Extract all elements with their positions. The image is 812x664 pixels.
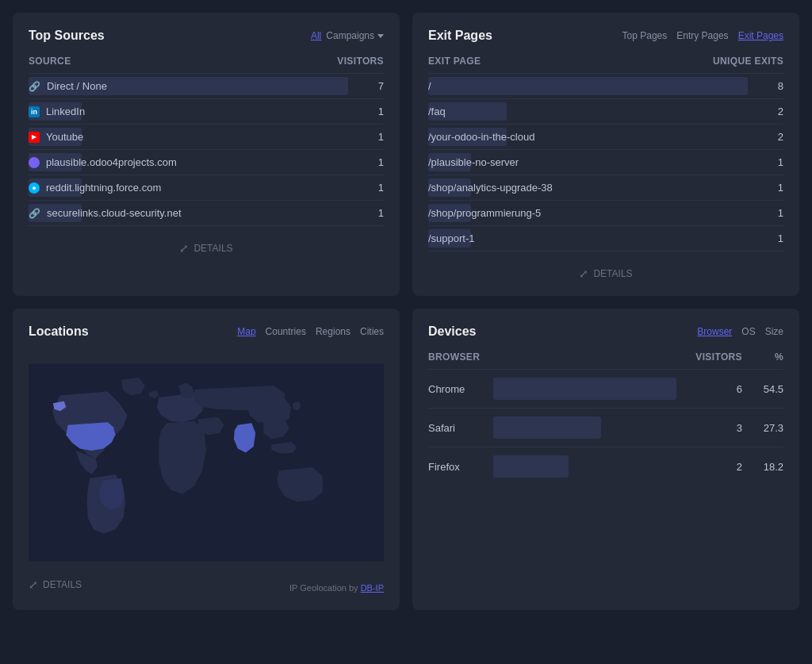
expand-icon: ⤢ — [29, 578, 38, 591]
link-icon: 🔗 — [29, 208, 40, 219]
table-row[interactable]: /your-odoo-in-the-cloud 2 — [428, 125, 783, 150]
tab-exit-pages[interactable]: Exit Pages — [738, 30, 783, 41]
locations-panel: Locations Map Countries Regions Cities — [13, 309, 400, 610]
devices-title: Devices — [428, 324, 477, 339]
table-row[interactable]: Safari 3 27.3 — [428, 409, 783, 447]
table-row[interactable]: Firefox 2 18.2 — [428, 447, 783, 486]
top-sources-panel: Top Sources All Campaigns Source Visitor… — [13, 13, 400, 296]
map-container — [29, 351, 384, 574]
locations-tabs: Map Countries Regions Cities — [237, 326, 384, 337]
sources-table-header: Source Visitors — [29, 56, 384, 74]
plausible-icon — [29, 157, 40, 168]
top-sources-header: Top Sources All Campaigns — [29, 29, 384, 43]
tab-os[interactable]: OS — [741, 326, 755, 337]
exit-pages-details-button[interactable]: ⤢ DETAILS — [428, 267, 783, 280]
devices-table-header: Browser Visitors % — [428, 351, 783, 370]
reddit-icon: ● — [29, 182, 40, 194]
exit-pages-table-header: Exit page Unique Exits — [428, 56, 783, 74]
filter-campaigns[interactable]: Campaigns — [326, 30, 384, 41]
table-row[interactable]: /shop/analytics-upgrade-38 1 — [428, 175, 783, 201]
link-icon: 🔗 — [29, 81, 40, 92]
table-row[interactable]: /faq 2 — [428, 99, 783, 125]
dashboard-grid: Top Sources All Campaigns Source Visitor… — [13, 13, 799, 610]
table-row[interactable]: plausible.odoo4projects.com 1 — [29, 150, 384, 175]
table-row[interactable]: 🔗 Direct / None 7 — [29, 74, 384, 99]
table-row[interactable]: ● reddit.lightning.force.com 1 — [29, 175, 384, 201]
exit-pages-title: Exit Pages — [428, 29, 492, 43]
tab-size[interactable]: Size — [765, 326, 783, 337]
tab-browser[interactable]: Browser — [697, 326, 732, 337]
devices-tabs: Browser OS Size — [697, 326, 783, 337]
top-sources-title: Top Sources — [29, 29, 105, 43]
locations-details-button[interactable]: ⤢ DETAILS — [29, 578, 82, 591]
table-row[interactable]: Chrome 6 54.5 — [428, 370, 783, 409]
table-row[interactable]: 🔗 securelinks.cloud-security.net 1 — [29, 201, 384, 226]
exit-pages-panel: Exit Pages Top Pages Entry Pages Exit Pa… — [412, 13, 799, 296]
tab-countries[interactable]: Countries — [266, 326, 306, 337]
table-row[interactable]: in LinkedIn 1 — [29, 99, 384, 125]
ip-geo-attribution: IP Geolocation by DB-IP — [289, 583, 384, 593]
locations-title: Locations — [29, 324, 89, 339]
table-row[interactable]: /support-1 1 — [428, 226, 783, 251]
table-row[interactable]: /plausible-no-server 1 — [428, 150, 783, 175]
tab-entry-pages[interactable]: Entry Pages — [676, 30, 728, 41]
tab-cities[interactable]: Cities — [360, 326, 384, 337]
filter-group: All Campaigns — [311, 30, 384, 41]
expand-icon: ⤢ — [579, 267, 588, 280]
db-ip-link[interactable]: DB-IP — [361, 583, 384, 593]
linkedin-icon: in — [29, 106, 40, 117]
chevron-down-icon — [377, 34, 384, 38]
tab-regions[interactable]: Regions — [316, 326, 350, 337]
devices-header: Devices Browser OS Size — [428, 324, 783, 339]
devices-panel: Devices Browser OS Size Browser Visitors… — [412, 309, 799, 610]
tab-top-pages[interactable]: Top Pages — [622, 30, 668, 41]
table-row[interactable]: /shop/programmierung-5 1 — [428, 201, 783, 226]
filter-all[interactable]: All — [311, 30, 321, 41]
tab-map[interactable]: Map — [237, 326, 255, 337]
expand-icon: ⤢ — [179, 242, 189, 255]
locations-header: Locations Map Countries Regions Cities — [29, 324, 384, 339]
table-row[interactable]: / 8 — [428, 74, 783, 99]
table-row[interactable]: ▶ Youtube 1 — [29, 125, 384, 150]
exit-pages-header: Exit Pages Top Pages Entry Pages Exit Pa… — [428, 29, 783, 43]
youtube-icon: ▶ — [29, 132, 40, 143]
exit-pages-tabs: Top Pages Entry Pages Exit Pages — [622, 30, 783, 41]
world-map — [29, 351, 384, 574]
top-sources-details-button[interactable]: ⤢ DETAILS — [29, 242, 384, 255]
